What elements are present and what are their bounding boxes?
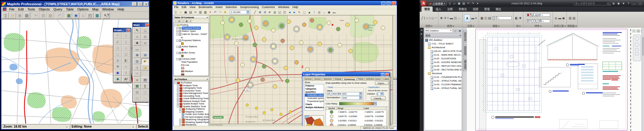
- toc-list-by-source-icon[interactable]: ▤: [178, 19, 181, 23]
- legend-icon[interactable]: ▦: [133, 83, 141, 89]
- sheet-root[interactable]: IRD Addition: [425, 38, 462, 42]
- navigation-bar[interactable]: [633, 35, 641, 61]
- classify-button[interactable]: Classify...: [371, 96, 386, 100]
- layer-checkbox[interactable]: ✓: [179, 27, 181, 29]
- menu-customize[interactable]: Customize: [260, 6, 277, 9]
- change-view-icon[interactable]: ◎: [133, 58, 141, 64]
- drawing-toolbar-close-icon[interactable]: ×: [127, 29, 130, 32]
- sheet-item[interactable]: A-02 - ELEVATIONS: [425, 57, 462, 61]
- menu-windows[interactable]: Windows: [276, 6, 291, 9]
- search-input[interactable]: [575, 2, 606, 5]
- ribbon-panel-label[interactable]: 修改 ▾: [438, 24, 462, 28]
- refresh-view-button[interactable]: ↻: [217, 125, 219, 126]
- steering-wheel-icon[interactable]: [635, 36, 639, 41]
- show-item-graduated-colors[interactable]: Graduated colors: [305, 94, 324, 97]
- ribbon-tool-icon[interactable]: ▥: [569, 16, 571, 20]
- ribbon-panel-label[interactable]: 注释 ▾: [463, 24, 479, 28]
- invert-selection-icon[interactable]: ◙: [141, 40, 149, 46]
- properties-combo-bylayer[interactable]: ByLayer▾: [526, 13, 550, 17]
- open-table-icon[interactable]: ▱: [9, 12, 16, 19]
- zoom-out-icon[interactable]: ⊖: [141, 52, 149, 58]
- color-ramp-combo[interactable]: ▼: [339, 102, 377, 105]
- tab-display[interactable]: Display: [334, 77, 343, 80]
- info-tool-icon[interactable]: i: [133, 65, 141, 70]
- layer-item[interactable]: +✓Proposed Routes: [174, 27, 209, 30]
- frame-tool-icon[interactable]: ◧: [122, 57, 130, 63]
- pan-nav-icon[interactable]: [635, 42, 639, 47]
- radius-select-icon[interactable]: ○: [133, 34, 141, 40]
- rectangle-tool-icon[interactable]: □: [114, 51, 122, 57]
- ribbon-tool-icon[interactable]: ▬: [558, 16, 561, 20]
- ribbon-tool-icon[interactable]: ▬: [471, 16, 474, 20]
- show-item-graduated-symbols[interactable]: Graduated symbols: [305, 97, 324, 100]
- arc-tool-icon[interactable]: (: [122, 39, 130, 45]
- tab-general[interactable]: General: [303, 77, 313, 80]
- dialog-close-button[interactable]: ×: [385, 73, 389, 76]
- menu-file[interactable]: File: [7, 7, 16, 11]
- ellipse-tool-icon[interactable]: ○: [122, 45, 130, 51]
- ribbon-tool-icon[interactable]: ◫: [484, 16, 487, 20]
- find-icon[interactable]: ◎: [317, 10, 322, 15]
- expander-icon[interactable]: -: [176, 33, 178, 36]
- zoom-in-icon[interactable]: ⊕: [133, 52, 141, 58]
- sheet-item[interactable]: T-01 - TITLE SHEET: [425, 42, 462, 46]
- save-table-icon[interactable]: ▣: [16, 12, 23, 19]
- new-map-icon[interactable]: ▯: [173, 10, 178, 15]
- orbit-nav-icon[interactable]: [635, 53, 639, 55]
- undo-icon[interactable]: ↶: [56, 12, 63, 19]
- ribbon-tool-icon[interactable]: ◧: [515, 16, 518, 20]
- menu-map[interactable]: Map: [90, 7, 100, 11]
- layer-item[interactable]: +✓Station Types: [174, 30, 209, 33]
- paste-icon[interactable]: ▦: [47, 12, 54, 19]
- fixed-zoom-in-icon[interactable]: ◱: [277, 10, 282, 15]
- maximize-button[interactable]: □: [386, 2, 391, 5]
- label-tool-icon[interactable]: ◪: [141, 65, 149, 70]
- delete-icon[interactable]: ×: [208, 10, 213, 15]
- clear-selection-icon[interactable]: ◻: [302, 10, 307, 15]
- ribbon-panel-label[interactable]: 实用工具 ▾: [553, 24, 566, 28]
- layer-checkbox[interactable]: ✓: [179, 58, 181, 60]
- sheet-item[interactable]: A-01 - MAIN AND SECO...: [425, 53, 462, 57]
- normalization-combo[interactable]: none▼: [342, 96, 363, 99]
- value-combo[interactable]: UN_Crime B/W 13/01▼: [327, 92, 363, 95]
- menu-insert[interactable]: Insert: [214, 6, 224, 9]
- ribbon-tool-icon[interactable]: ○: [426, 16, 428, 20]
- menu-edit[interactable]: Edit: [180, 6, 188, 9]
- annotate-text-icon[interactable]: A: [464, 15, 470, 22]
- main-toolbar-close-icon[interactable]: ×: [145, 23, 149, 27]
- toolbox-item[interactable]: +Rendering: [174, 124, 209, 126]
- menu-tools[interactable]: Tools: [26, 7, 37, 11]
- minimize-button[interactable]: _: [381, 2, 385, 5]
- expander-icon[interactable]: +: [177, 100, 179, 102]
- cut-icon[interactable]: ✂: [33, 12, 39, 19]
- symbol-tool-icon[interactable]: *: [114, 33, 122, 39]
- add-node-tool-icon[interactable]: +: [122, 64, 130, 70]
- sheet-item[interactable]: A-03 - DOORS WINDOW...: [425, 61, 462, 64]
- toc-list-by-visibility-icon[interactable]: ◫: [181, 19, 185, 23]
- show-item-features[interactable]: Features: [305, 84, 324, 87]
- minimize-button[interactable]: _: [132, 2, 137, 6]
- palette-anchor-icon-1[interactable]: ▤: [421, 29, 423, 32]
- clip-region-off-icon[interactable]: ◔: [141, 95, 149, 101]
- expander-icon[interactable]: -: [176, 46, 178, 48]
- back-extent-icon[interactable]: ◄: [287, 10, 292, 15]
- maximize-button[interactable]: □: [138, 2, 143, 6]
- tab-source[interactable]: Source: [313, 77, 322, 80]
- sheet-item[interactable]: S-03 - FLOOR FRAMING ...: [425, 83, 462, 87]
- sheet-subset[interactable]: Architectural: [425, 46, 462, 49]
- sheets-panel-menu-icon[interactable]: ▾: [459, 34, 461, 37]
- save-icon[interactable]: ▣: [183, 10, 188, 15]
- sheet-item[interactable]: A-05 - SECTIONS AND D...: [425, 68, 462, 72]
- menu-geoprocessing[interactable]: Geoprocessing: [239, 6, 260, 9]
- status-selecting[interactable]: Selecting...: [136, 124, 148, 129]
- text-tool-icon[interactable]: A: [114, 57, 122, 63]
- add-data-icon[interactable]: ✚: [223, 10, 227, 15]
- new-layout-icon[interactable]: ◰: [87, 12, 93, 19]
- sheet-item[interactable]: S-01 - FOUNDATION PLA...: [425, 75, 462, 79]
- layer-combo[interactable]: 0▾: [492, 16, 512, 20]
- paste-icon[interactable]: ▦: [203, 10, 208, 15]
- import-button[interactable]: Import...: [375, 81, 388, 85]
- identify-icon[interactable]: i: [312, 10, 317, 15]
- rounded-rectangle-tool-icon[interactable]: ◻: [122, 51, 130, 57]
- undo-icon[interactable]: ↶: [213, 10, 218, 15]
